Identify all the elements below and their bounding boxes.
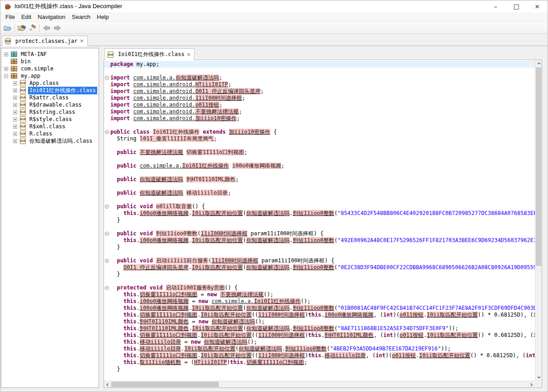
jd-gui-window: Ioi0I1红外线操作.class - Java Decompiler – □ … <box>0 0 548 392</box>
tree-item[interactable]: +010R$style.class <box>1 116 99 123</box>
code-line: this.移动iiiilo目录 = new 你知道破解违法吗(); <box>104 339 535 345</box>
tree-item[interactable]: +010你知道破解违法吗.class <box>1 137 99 145</box>
editor-tab-bar: 010 Ioi0I1红外线操作.class × <box>104 48 542 60</box>
tab-class-file[interactable]: 010 Ioi0I1红外线操作.class × <box>104 48 194 60</box>
expand-icon[interactable]: + <box>13 139 17 143</box>
expand-icon[interactable]: + <box>4 52 8 56</box>
tree-item-label: App.class <box>28 80 60 86</box>
forward-button[interactable] <box>52 23 63 33</box>
tree-item[interactable]: +010R$string.class <box>1 108 99 116</box>
tree-item[interactable]: +010R$attr.class <box>1 94 99 101</box>
scroll-left-icon[interactable] <box>104 381 111 388</box>
title-bar: Ioi0I1红外线操作.class - Java Decompiler – □ … <box>0 0 548 12</box>
tree-item[interactable]: +010R$xml.class <box>1 123 99 130</box>
search-button[interactable] <box>27 23 38 33</box>
expand-icon[interactable]: + <box>13 96 17 100</box>
tree-item[interactable]: +010R.class <box>1 130 99 137</box>
menu-item-edit[interactable]: Edit <box>18 13 34 21</box>
fold-gutter <box>104 190 110 196</box>
vertical-scroll-thumb[interactable] <box>536 67 541 266</box>
code-line <box>104 196 535 203</box>
fold-gutter <box>104 244 110 251</box>
code-line: this.i00o0播放网络视频.I0ii取匹配开始位置(你知道破解违法吗.到短… <box>104 305 535 312</box>
tree-item[interactable]: −my.app <box>1 72 99 79</box>
vertical-scrollbar[interactable] <box>535 60 542 381</box>
menu-item-search[interactable]: Search <box>69 13 94 21</box>
open-type-button[interactable] <box>16 23 27 33</box>
scroll-up-icon[interactable] <box>535 60 542 67</box>
close-button[interactable]: × <box>527 0 548 12</box>
code-line: import com.simple.android.HTiiiI01TP; <box>104 81 535 88</box>
tree-item[interactable]: +010Ioi0I1红外线操作.class <box>1 87 99 94</box>
code-line <box>104 224 535 230</box>
toolbar-separator <box>39 24 40 32</box>
editor-tab-label: Ioi0I1红外线操作.class <box>118 51 184 58</box>
fold-gutter <box>104 176 110 183</box>
package-tree[interactable]: +META-INF+bin+com.simple−my.app+010App.c… <box>1 48 99 388</box>
expand-icon[interactable]: + <box>4 67 8 71</box>
tree-item-label: R$attr.class <box>28 94 70 101</box>
panel-splitter[interactable] <box>99 48 104 388</box>
fold-gutter <box>104 88 110 95</box>
fold-gutter <box>104 312 110 318</box>
menu-item-navigation[interactable]: Navigation <box>34 13 68 21</box>
open-type-icon <box>18 24 26 32</box>
code-line: String l01I_垂直l11I1I布局里局气; <box>104 135 535 142</box>
package-icon <box>11 66 17 71</box>
expand-icon[interactable]: + <box>13 117 17 121</box>
class-icon: 010 <box>20 102 26 108</box>
code-line: − public void 到短11ioo0整数(11iI00时间选择框 par… <box>104 230 535 237</box>
expand-icon[interactable]: + <box>13 110 17 114</box>
maximize-button[interactable]: □ <box>506 0 527 12</box>
minimize-button[interactable]: – <box>485 0 506 12</box>
fold-gutter <box>104 352 110 359</box>
tree-item-label: 你知道破解违法吗.class <box>28 137 94 145</box>
back-button[interactable] <box>41 23 52 33</box>
code-line: −public class Ioi0I1红外线操作 extends 加iiio1… <box>104 129 535 135</box>
fold-collapse-icon[interactable]: − <box>104 257 110 264</box>
fold-collapse-icon[interactable]: − <box>104 285 110 291</box>
tree-item[interactable]: +010R$drawable.class <box>1 101 99 108</box>
code-line <box>104 156 535 163</box>
code-line: this.到HT0I110IML颜色.I0ii取匹配开始位置(你知道破解违法吗.… <box>104 325 535 332</box>
class-icon: 010 <box>20 87 26 93</box>
code-view[interactable]: package my.app;−import com.simple.a.你知道破… <box>104 60 535 381</box>
fold-gutter <box>104 156 110 163</box>
tree-item[interactable]: +META-INF <box>1 51 99 58</box>
close-tab-icon[interactable]: × <box>80 39 84 43</box>
fold-gutter <box>104 81 110 88</box>
tree-item[interactable]: +010App.class <box>1 79 99 87</box>
scroll-right-icon[interactable] <box>528 381 535 388</box>
menu-item-file[interactable]: File <box>2 13 18 21</box>
expand-icon[interactable]: + <box>13 132 17 136</box>
expand-icon[interactable]: + <box>13 125 17 129</box>
code-line: package my.app; <box>104 61 535 68</box>
code-line: − public void o0lill取音量() { <box>104 203 535 210</box>
code-line <box>104 142 535 149</box>
close-tab-icon[interactable]: × <box>187 52 191 57</box>
collapse-icon[interactable]: − <box>4 74 8 78</box>
menu-item-help[interactable]: Help <box>94 13 112 21</box>
code-line: import com.simple.android.11iI00时间选择框; <box>104 95 535 102</box>
open-file-button[interactable] <box>2 23 13 33</box>
fold-collapse-icon[interactable]: − <box>104 75 110 81</box>
fold-collapse-icon[interactable]: − <box>104 129 110 135</box>
code-line: this.切换窗1I111o口到视图.I0ii取匹配开始位置((11iI00时间… <box>104 312 535 318</box>
toolbar <box>0 22 548 34</box>
code-line <box>104 278 535 285</box>
code-line: public 不要挑衅法律法规 切换窗1I111o口到视图; <box>104 149 535 156</box>
class-file-icon: 010 <box>108 51 113 58</box>
horizontal-scrollbar[interactable] <box>104 381 535 387</box>
scroll-down-icon[interactable] <box>535 374 542 381</box>
tree-item-label: my.app <box>19 73 42 79</box>
expand-icon[interactable]: + <box>13 103 17 107</box>
tree-item[interactable]: +bin <box>1 58 99 65</box>
fold-collapse-icon[interactable]: − <box>104 203 110 210</box>
expand-icon[interactable]: + <box>13 89 17 93</box>
horizontal-scroll-thumb[interactable] <box>111 382 219 387</box>
code-line: O0I1 停止反编译回头是岸.I0ii取匹配开始位置(你知道破解违法吗.到短11… <box>104 264 535 271</box>
fold-collapse-icon[interactable]: − <box>104 230 110 237</box>
tab-protect-classes-jar[interactable]: 010 protect.classes.jar × <box>2 36 88 46</box>
expand-icon[interactable]: + <box>13 81 17 85</box>
tree-item[interactable]: +com.simple <box>1 65 99 72</box>
